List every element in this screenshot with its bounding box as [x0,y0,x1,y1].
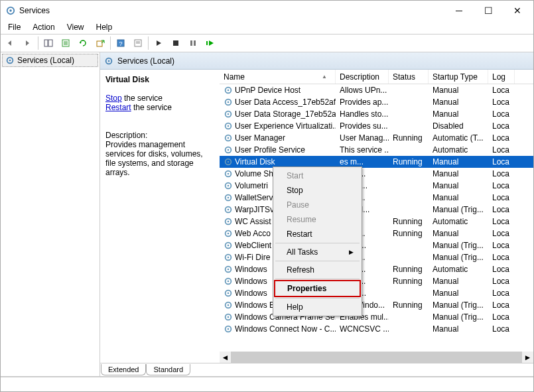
table-row[interactable]: User Data Storage_17eb52afHandles sto...… [220,108,533,120]
svg-rect-11 [173,40,178,46]
table-row[interactable]: User Experience Virtualizati...Provides … [220,120,533,132]
column-startup[interactable]: Startup Type [429,70,488,84]
svg-text:?: ? [119,40,122,47]
show-hide-tree-button[interactable] [40,35,56,51]
svg-point-20 [228,90,230,92]
cell-status: Running [389,216,429,227]
table-row[interactable]: WalletServobjec...ManualLoca [220,192,533,204]
ctx-stop[interactable]: Stop [275,183,360,198]
sort-arrow-icon: ▲ [322,74,327,80]
column-logon[interactable]: Log [488,70,515,84]
restart-service-button[interactable] [202,35,218,51]
cell-startup: Manual [429,157,488,167]
column-description[interactable]: Description [336,70,389,84]
table-row[interactable]: UPnP Device HostAllows UPn...ManualLoca [220,84,533,96]
table-row[interactable]: Windows Biometric ServiceThe Windo...Run… [220,299,533,311]
list-body[interactable]: UPnP Device HostAllows UPn...ManualLocaU… [220,84,533,352]
minimize-button[interactable]: ─ [444,1,474,20]
export-button[interactable] [92,35,108,51]
scroll-thumb[interactable] [231,352,522,363]
table-row[interactable]: WebClients Win...Manual (Trig...Loca [220,239,533,251]
cell-startup: Manual (Trig... [429,204,488,215]
service-icon [224,253,233,262]
cell-status [389,125,429,127]
service-icon [224,205,233,214]
table-row[interactable]: Volume Shes an...ManualLoca [220,168,533,180]
table-row[interactable]: Wi-Fi Direes co...Manual (Trig...Loca [220,251,533,263]
cell-logon: Loca [488,85,515,96]
menu-action[interactable]: Action [27,21,60,33]
tab-standard[interactable]: Standard [146,364,190,375]
table-row[interactable]: Windowses au...RunningAutomaticLoca [220,263,533,275]
pause-service-button[interactable] [185,35,201,51]
horizontal-scrollbar[interactable]: ◄ ► [220,352,533,363]
ctx-restart[interactable]: Restart [275,227,360,241]
cell-desc: WCNCSVC ... [336,324,389,334]
table-row[interactable]: Windowses au...RunningManualLoca [220,275,533,287]
nav-services-local[interactable]: Services (Local) [2,54,98,67]
table-row[interactable]: Windowses Wi...ManualLoca [220,287,533,299]
cell-logon: Loca [488,240,515,251]
cell-desc: es m... [336,157,389,167]
table-row[interactable]: User ManagerUser Manag...RunningAutomati… [220,132,533,144]
ctx-refresh[interactable]: Refresh [275,263,360,277]
ctx-help[interactable]: Help [275,300,360,314]
stop-service-button[interactable] [168,35,184,51]
table-row[interactable]: Web Accorvice ...RunningManualLoca [220,228,533,239]
back-button[interactable] [3,35,19,51]
svg-point-44 [228,233,230,235]
ctx-properties[interactable]: Properties [274,280,361,297]
restart-service-line: Restart the service [105,103,213,112]
cell-startup: Manual [429,324,488,334]
export-list-button[interactable] [58,35,74,51]
table-row[interactable]: Windows Connect Now - C...WCNCSVC ...Man… [220,323,533,335]
scroll-left-icon[interactable]: ◄ [220,352,231,363]
help-button[interactable]: ? [113,35,129,51]
menu-help[interactable]: Help [91,21,118,33]
tab-extended[interactable]: Extended [101,364,146,375]
svg-point-36 [228,185,230,187]
cell-name: User Data Access_17eb52af [220,97,336,107]
menu-file[interactable]: File [3,21,26,33]
column-status[interactable]: Status [389,70,429,84]
svg-point-34 [228,173,230,175]
table-row[interactable]: User Data Access_17eb52afProvides ap...M… [220,96,533,108]
table-row[interactable]: WarpJITSves a JI...Manual (Trig...Loca [220,204,533,216]
svg-point-56 [228,304,230,306]
forward-button[interactable] [20,35,36,51]
cell-name: UPnP Device Host [220,85,336,96]
service-icon [224,145,233,155]
svg-point-28 [228,137,230,139]
menu-view[interactable]: View [62,21,90,33]
cell-status [389,149,429,151]
restart-service-link[interactable]: Restart [105,103,131,112]
properties-button[interactable] [130,35,146,51]
service-icon [224,157,233,166]
cell-logon: Loca [488,324,515,334]
window-title: Services [19,6,444,15]
service-icon [224,324,233,334]
stop-service-link[interactable]: Stop [105,94,122,103]
table-row[interactable]: Volumetrispatia...ManualLoca [220,180,533,192]
column-name[interactable]: Name ▲ [220,70,336,84]
cell-logon: Loca [488,180,515,191]
cell-desc: User Manag... [336,133,389,143]
start-service-button[interactable] [151,35,167,51]
ctx-all-tasks[interactable]: All Tasks▶ [275,245,360,259]
close-button[interactable]: ✕ [503,1,532,20]
maximize-button[interactable]: ☐ [474,1,503,20]
table-row[interactable]: WC Assistare ...RunningAutomaticLoca [220,216,533,228]
service-icon [224,312,233,322]
table-row[interactable]: Virtual Diskes m...RunningManualLoca [220,156,533,168]
svg-point-30 [228,149,230,151]
cell-logon: Loca [488,252,515,263]
svg-point-16 [9,60,11,62]
cell-logon: Loca [488,133,515,143]
svg-point-52 [228,281,230,283]
context-menu: Start Stop Pause Resume Restart All Task… [273,166,362,316]
table-row[interactable]: User Profile ServiceThis service ...Auto… [220,144,533,156]
table-row[interactable]: Windows Camera Frame Se...Enables mul...… [220,311,533,323]
scroll-right-icon[interactable]: ► [522,352,533,363]
cell-status: Running [389,264,429,275]
refresh-button[interactable] [75,35,91,51]
